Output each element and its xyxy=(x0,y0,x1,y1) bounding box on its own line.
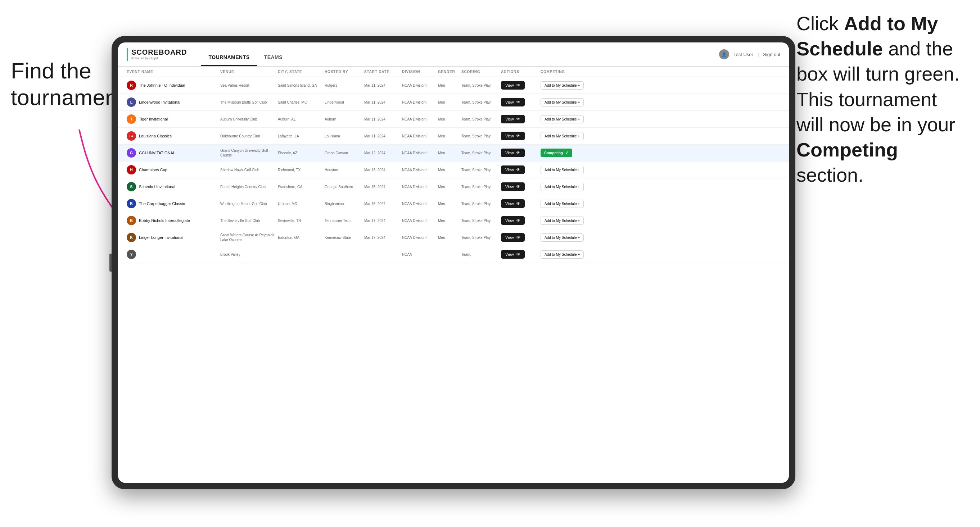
add-schedule-button[interactable]: Add to My Schedule + xyxy=(541,183,584,191)
city-state-cell: Richmond, TX xyxy=(278,168,325,172)
view-button[interactable]: View 👁 xyxy=(501,98,525,106)
actions-cell: View 👁 xyxy=(501,165,541,174)
start-date-cell: Mar 13, 2024 xyxy=(364,168,402,172)
event-cell: H Champions Cup xyxy=(127,165,220,175)
check-icon: ✓ xyxy=(565,150,569,156)
right-annotation-text3: section. xyxy=(797,164,863,186)
view-button[interactable]: View 👁 xyxy=(501,132,525,140)
add-schedule-button[interactable]: Add to My Schedule + xyxy=(541,98,584,106)
competing-button[interactable]: Competing ✓ xyxy=(541,149,572,157)
view-button[interactable]: View 👁 xyxy=(501,233,525,242)
add-schedule-button[interactable]: Add to My Schedule + xyxy=(541,233,584,242)
tablet-screen: SCOREBOARD Powered by clippd TOURNAMENTS… xyxy=(118,43,789,483)
team-logo: H xyxy=(127,165,136,175)
view-button[interactable]: View 👁 xyxy=(501,115,525,124)
gender-cell: Men xyxy=(438,117,461,122)
table-row: B The Carpetbagger Classic Worthington M… xyxy=(118,195,789,212)
add-schedule-button[interactable]: Add to My Schedule + xyxy=(541,81,584,90)
event-name: Schenkel Invitational xyxy=(139,184,175,189)
actions-cell: View 👁 xyxy=(501,199,541,208)
add-schedule-button[interactable]: Add to My Schedule + xyxy=(541,250,584,259)
event-name: Tiger Invitational xyxy=(139,117,168,121)
competing-cell: Add to My Schedule + xyxy=(541,115,602,124)
gender-cell: Men xyxy=(438,134,461,138)
division-cell: NCAA xyxy=(402,252,438,257)
venue-cell: Forest Heights Country Club xyxy=(220,184,278,189)
event-name: Louisiana Classics xyxy=(139,134,172,138)
add-schedule-button[interactable]: Add to My Schedule + xyxy=(541,132,584,140)
competing-cell: Add to My Schedule + xyxy=(541,250,602,259)
view-button[interactable]: View 👁 xyxy=(501,250,525,259)
venue-cell: Great Waters Course At Reynolds Lake Oco… xyxy=(220,233,278,242)
scoring-cell: Team, Stroke Play xyxy=(461,235,501,240)
view-button[interactable]: View 👁 xyxy=(501,199,525,208)
scoring-cell: Team, Stroke Play xyxy=(461,100,501,105)
actions-cell: View 👁 xyxy=(501,183,541,191)
scoring-cell: Team, Stroke Play xyxy=(461,202,501,206)
start-date-cell: Mar 11, 2024 xyxy=(364,134,402,138)
table-row: G GCU INVITATIONAL Grand Canyon Universi… xyxy=(118,144,789,162)
col-city-state: CITY, STATE xyxy=(278,70,325,74)
hosted-by-cell: Tennessee Tech xyxy=(325,218,364,223)
scoring-cell: Team, Stroke Play xyxy=(461,117,501,122)
team-logo: K xyxy=(127,233,136,242)
tab-teams[interactable]: TEAMS xyxy=(257,54,290,66)
navbar: SCOREBOARD Powered by clippd TOURNAMENTS… xyxy=(118,43,789,67)
eye-icon: 👁 xyxy=(516,133,520,138)
tab-tournaments[interactable]: TOURNAMENTS xyxy=(201,54,257,66)
view-button[interactable]: View 👁 xyxy=(501,183,525,191)
actions-cell: View 👁 xyxy=(501,81,541,90)
event-name: Lindenwood Invitational xyxy=(139,100,180,104)
competing-cell: Add to My Schedule + xyxy=(541,166,602,174)
gender-cell: Men xyxy=(438,151,461,156)
sign-out-link[interactable]: Sign out xyxy=(763,52,780,57)
city-state-cell: Auburn, AL xyxy=(278,117,325,122)
add-schedule-button[interactable]: Add to My Schedule + xyxy=(541,115,584,124)
city-state-cell: Lafayette, LA xyxy=(278,134,325,138)
add-schedule-button[interactable]: Add to My Schedule + xyxy=(541,217,584,225)
logo-area: SCOREBOARD Powered by clippd xyxy=(127,48,187,61)
event-cell: K Linger Longer Invitational xyxy=(127,233,220,242)
start-date-cell: Mar 15, 2024 xyxy=(364,184,402,189)
venue-cell: Auburn University Club xyxy=(220,117,278,122)
actions-cell: View 👁 xyxy=(501,115,541,124)
col-competing: COMPETING xyxy=(541,70,602,74)
table-row: S Schenkel Invitational Forest Heights C… xyxy=(118,178,789,195)
add-schedule-button[interactable]: Add to My Schedule + xyxy=(541,200,584,208)
col-scoring: SCORING xyxy=(461,70,501,74)
table-row: ? Brook Valley NCAA Team, View 👁 Add to … xyxy=(118,246,789,263)
nav-tabs: TOURNAMENTS TEAMS xyxy=(201,43,290,66)
team-logo: R xyxy=(127,81,136,90)
view-label: View xyxy=(505,235,514,240)
division-cell: NCAA Division I xyxy=(402,83,438,88)
tablet-side-button xyxy=(110,254,111,271)
view-button[interactable]: View 👁 xyxy=(501,81,525,90)
event-name: The Carpetbagger Classic xyxy=(139,202,185,206)
team-logo: L xyxy=(127,97,136,107)
view-button[interactable]: View 👁 xyxy=(501,216,525,225)
view-button[interactable]: View 👁 xyxy=(501,165,525,174)
view-label: View xyxy=(505,100,514,104)
city-state-cell: Saint Charles, MO xyxy=(278,100,325,105)
venue-cell: Worthington Manor Golf Club xyxy=(220,202,278,206)
table-row: L Lindenwood Invitational The Missouri B… xyxy=(118,94,789,111)
venue-cell: Sea Palms Resort xyxy=(220,83,278,88)
actions-cell: View 👁 xyxy=(501,216,541,225)
start-date-cell: Mar 12, 2024 xyxy=(364,151,402,156)
start-date-cell: Mar 11, 2024 xyxy=(364,83,402,88)
team-logo: S xyxy=(127,182,136,191)
team-logo: T xyxy=(127,114,136,124)
division-cell: NCAA Division I xyxy=(402,218,438,223)
nav-divider: | xyxy=(757,52,759,57)
team-logo: LA xyxy=(127,131,136,141)
competing-cell: Add to My Schedule + xyxy=(541,98,602,106)
add-schedule-button[interactable]: Add to My Schedule + xyxy=(541,166,584,174)
view-label: View xyxy=(505,218,514,223)
event-name: GCU INVITATIONAL xyxy=(139,151,175,155)
eye-icon: 👁 xyxy=(516,184,520,189)
division-cell: NCAA Division I xyxy=(402,202,438,206)
competing-check-icon: Competing xyxy=(544,151,563,155)
view-button[interactable]: View 👁 xyxy=(501,149,525,157)
competing-cell: Add to My Schedule + xyxy=(541,81,602,90)
city-state-cell: Saint Simons Island, GA xyxy=(278,83,325,88)
